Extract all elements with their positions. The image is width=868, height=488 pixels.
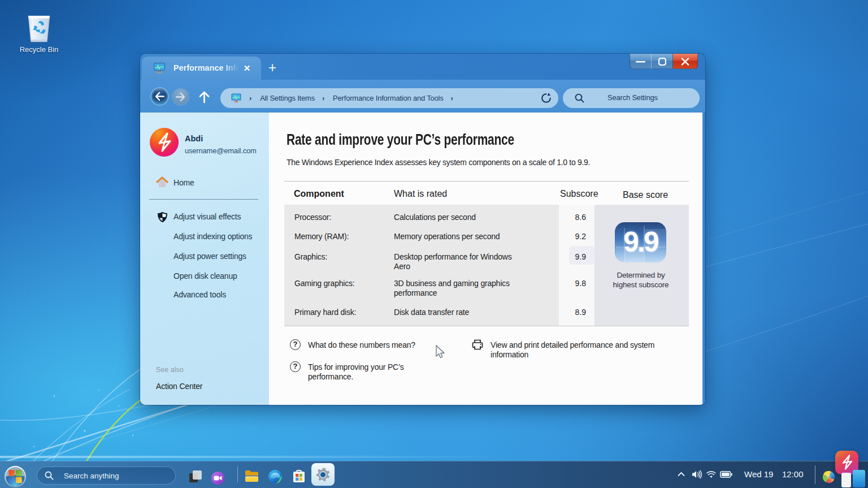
svg-text:9.9: 9.9 (623, 226, 658, 258)
